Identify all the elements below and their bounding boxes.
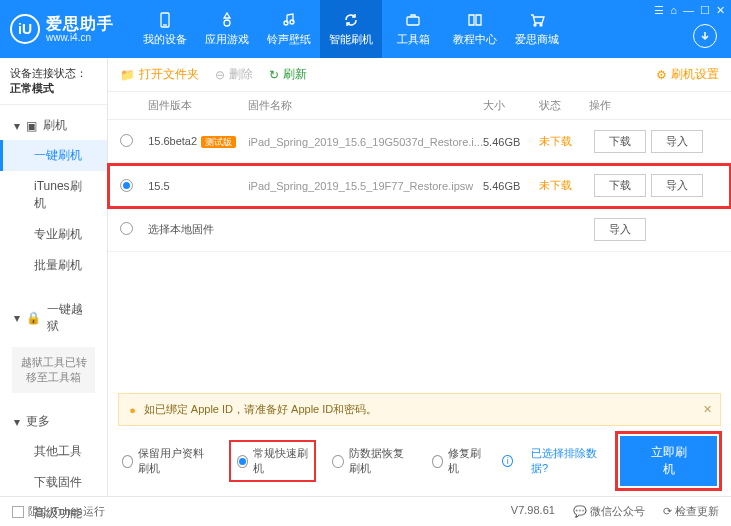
table-header: 固件版本 固件名称 大小 状态 操作 [108,92,731,120]
sidebar: 设备连接状态：正常模式 ▾▣刷机 一键刷机 iTunes刷机 专业刷机 批量刷机… [0,58,108,496]
nav-ringtone[interactable]: 铃声壁纸 [258,0,320,58]
svg-point-6 [534,24,536,26]
toolbar: 📁打开文件夹 ⊖删除 ↻刷新 ⚙刷机设置 [108,58,731,92]
nav-tutorial[interactable]: 教程中心 [444,0,506,58]
flash-settings-button[interactable]: ⚙刷机设置 [656,66,719,83]
gear-icon: ⚙ [656,68,667,82]
svg-point-7 [540,24,542,26]
refresh-button[interactable]: ↻刷新 [269,66,307,83]
close-icon[interactable]: ✕ [716,4,725,17]
radio-icon [122,455,133,468]
window-controls: ☰ ⌂ — ☐ ✕ [654,4,725,17]
mode-bar: 保留用户资料刷机 常规快速刷机 防数据恢复刷机 修复刷机 i 已选择排除数据? … [108,426,731,496]
sidebar-group-more[interactable]: ▾更多 [0,407,107,436]
nav-store[interactable]: 爱思商城 [506,0,568,58]
brand-name: 爱思助手 [46,15,114,33]
download-button[interactable]: 下载 [594,174,646,197]
radio-icon [237,455,248,468]
update-icon: ⟳ [663,505,672,517]
nav-apps[interactable]: 应用游戏 [196,0,258,58]
app-logo-icon: iU [10,14,40,44]
svg-point-4 [290,20,294,24]
local-firmware-row[interactable]: 选择本地固件 导入 [108,208,731,252]
svg-point-3 [284,21,288,25]
menu-icon[interactable]: ☰ [654,4,664,17]
phone-icon [156,11,174,29]
import-button[interactable]: 导入 [594,218,646,241]
chevron-down-icon: ▾ [14,311,20,325]
refresh-icon [342,11,360,29]
sidebar-item-itunes[interactable]: iTunes刷机 [0,171,107,219]
th-version: 固件版本 [148,98,248,113]
exclude-data-link[interactable]: 已选择排除数据? [531,446,602,476]
warning-bar: ● 如已绑定 Apple ID，请准备好 Apple ID和密码。 ✕ [118,393,721,426]
delete-icon: ⊖ [215,68,225,82]
maximize-icon[interactable]: ☐ [700,4,710,17]
nav-my-device[interactable]: 我的设备 [134,0,196,58]
download-button[interactable]: 下载 [594,130,646,153]
radio-icon [332,455,343,468]
import-button[interactable]: 导入 [651,174,703,197]
svg-rect-5 [407,17,419,25]
radio-unselected[interactable] [120,222,133,235]
sidebar-item-pro[interactable]: 专业刷机 [0,219,107,250]
cart-icon [528,11,546,29]
radio-unselected[interactable] [120,134,133,147]
sidebar-item-other-tools[interactable]: 其他工具 [0,436,107,467]
th-size: 大小 [483,98,539,113]
chevron-down-icon: ▾ [14,415,20,429]
minimize-icon[interactable]: — [683,4,694,17]
logo-wrap: iU 爱思助手 www.i4.cn [10,14,114,44]
delete-button[interactable]: ⊖删除 [215,66,253,83]
version-label: V7.98.61 [511,504,555,519]
warning-icon: ● [129,404,136,416]
music-icon [280,11,298,29]
brand: 爱思助手 www.i4.cn [46,15,114,44]
content: 📁打开文件夹 ⊖删除 ↻刷新 ⚙刷机设置 固件版本 固件名称 大小 状态 操作 … [108,58,731,496]
beta-badge: 测试版 [201,136,236,148]
svg-point-2 [224,20,230,26]
sidebar-group-jailbreak[interactable]: ▾🔒一键越狱 [0,295,107,341]
block-itunes-checkbox[interactable]: 阻止iTunes运行 [12,504,105,519]
brand-url: www.i4.cn [46,32,114,43]
th-name: 固件名称 [248,98,483,113]
sidebar-item-batch[interactable]: 批量刷机 [0,250,107,281]
toolbox-icon [404,11,422,29]
lock-icon: 🔒 [26,311,41,325]
main-nav: 我的设备 应用游戏 铃声壁纸 智能刷机 工具箱 教程中心 爱思商城 [134,0,568,58]
info-icon[interactable]: i [502,455,513,467]
radio-selected[interactable] [120,179,133,192]
flash-group-icon: ▣ [26,119,37,133]
th-ops: 操作 [589,98,719,113]
apps-icon [218,11,236,29]
firmware-row[interactable]: 15.6beta2测试版 iPad_Spring_2019_15.6_19G50… [108,120,731,164]
device-status: 设备连接状态：正常模式 [0,58,107,105]
flash-now-button[interactable]: 立即刷机 [620,436,717,486]
open-folder-button[interactable]: 📁打开文件夹 [120,66,199,83]
warning-text: 如已绑定 Apple ID，请准备好 Apple ID和密码。 [144,402,378,417]
firmware-row-selected[interactable]: 15.5 iPad_Spring_2019_15.5_19F77_Restore… [108,164,731,208]
mode-anti-recovery[interactable]: 防数据恢复刷机 [332,446,413,476]
wechat-link[interactable]: 💬 微信公众号 [573,504,645,519]
statusbar: 阻止iTunes运行 V7.98.61 💬 微信公众号 ⟳ 检查更新 [0,496,731,526]
sidebar-group-flash[interactable]: ▾▣刷机 [0,111,107,140]
book-icon [466,11,484,29]
folder-icon: 📁 [120,68,135,82]
check-update-link[interactable]: ⟳ 检查更新 [663,504,719,519]
mode-repair[interactable]: 修复刷机 [432,446,485,476]
radio-icon [432,455,443,468]
th-status: 状态 [539,98,589,113]
nav-flash[interactable]: 智能刷机 [320,0,382,58]
close-warning-icon[interactable]: ✕ [703,403,712,416]
sidebar-item-onekey[interactable]: 一键刷机 [0,140,107,171]
jailbreak-note: 越狱工具已转移至工具箱 [12,347,95,393]
lock-icon[interactable]: ⌂ [670,4,677,17]
import-button[interactable]: 导入 [651,130,703,153]
mode-normal[interactable]: 常规快速刷机 [231,442,315,480]
nav-toolbox[interactable]: 工具箱 [382,0,444,58]
wechat-icon: 💬 [573,505,587,517]
mode-keep-data[interactable]: 保留用户资料刷机 [122,446,213,476]
refresh-icon: ↻ [269,68,279,82]
sidebar-item-download-fw[interactable]: 下载固件 [0,467,107,498]
download-circle-icon[interactable] [693,24,717,48]
